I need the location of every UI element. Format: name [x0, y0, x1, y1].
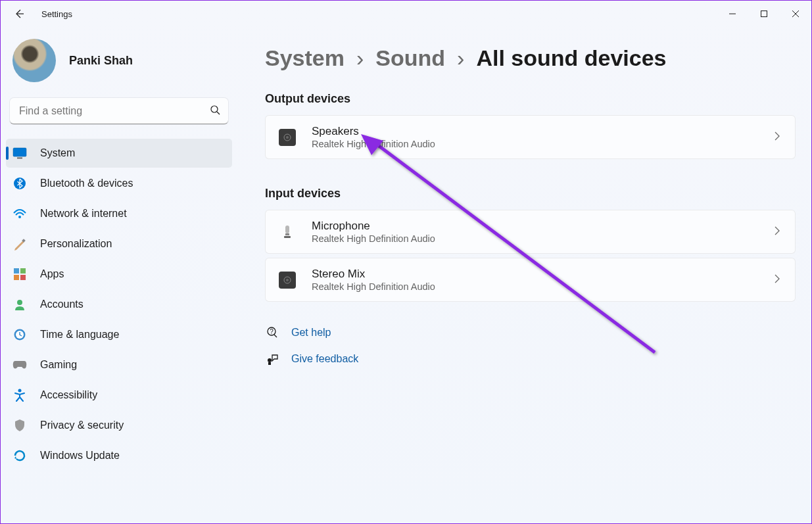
accounts-icon [12, 297, 27, 312]
breadcrumb: System › Sound › All sound devices [265, 45, 796, 71]
device-microphone[interactable]: Microphone Realtek High Definition Audio [265, 210, 796, 254]
device-subtitle: Realtek High Definition Audio [312, 281, 435, 292]
nav-label: Windows Update [40, 450, 120, 462]
nav-label: Privacy & security [40, 419, 124, 431]
nav-label: Accessibility [40, 389, 97, 401]
time-icon [12, 327, 27, 342]
svg-rect-2 [13, 148, 26, 156]
help-links: ? Get help Give feedback [265, 325, 796, 366]
nav-label: Personalization [40, 238, 112, 250]
output-section-title: Output devices [265, 92, 796, 106]
search-input[interactable] [10, 98, 228, 124]
nav-time[interactable]: Time & language [6, 320, 232, 349]
svg-point-24 [268, 358, 272, 362]
help-icon: ? [265, 325, 279, 340]
chevron-right-icon: › [356, 45, 364, 71]
sidebar: Panki Shah System Bluetooth & devices Ne… [1, 27, 237, 523]
bluetooth-icon [12, 176, 27, 191]
privacy-icon [12, 418, 27, 433]
avatar [12, 39, 56, 82]
close-button[interactable] [780, 1, 811, 27]
nav-accessibility[interactable]: Accessibility [6, 381, 232, 410]
titlebar: Settings [1, 1, 811, 27]
nav-bluetooth[interactable]: Bluetooth & devices [6, 169, 232, 198]
feedback-link[interactable]: Give feedback [265, 352, 796, 366]
device-title: Speakers [312, 125, 435, 138]
svg-rect-10 [20, 275, 26, 280]
svg-rect-19 [284, 236, 291, 238]
nav-privacy[interactable]: Privacy & security [6, 411, 232, 440]
accessibility-icon [12, 388, 27, 402]
feedback-icon [265, 352, 279, 366]
gaming-icon [12, 358, 27, 372]
system-icon [12, 146, 27, 160]
nav-label: Time & language [40, 329, 119, 341]
nav-update[interactable]: Windows Update [6, 441, 232, 470]
close-icon [792, 10, 800, 18]
device-subtitle: Realtek High Definition Audio [312, 233, 435, 244]
device-subtitle: Realtek High Definition Audio [312, 139, 435, 149]
device-title: Stereo Mix [312, 268, 435, 281]
microphone-icon [279, 224, 296, 241]
nav-label: Accounts [40, 298, 84, 310]
stereomix-icon [279, 272, 296, 289]
back-arrow-icon [14, 9, 24, 19]
svg-rect-0 [761, 11, 767, 17]
svg-point-16 [286, 136, 289, 139]
network-icon [12, 206, 27, 221]
svg-rect-9 [14, 275, 19, 280]
minimize-button[interactable] [717, 1, 748, 27]
main-content: System › Sound › All sound devices Outpu… [237, 27, 811, 523]
help-label: Get help [291, 327, 331, 339]
breadcrumb-sound[interactable]: Sound [375, 45, 445, 71]
svg-point-14 [18, 389, 22, 393]
nav-label: System [40, 147, 75, 159]
back-button[interactable] [12, 7, 26, 20]
nav-list: System Bluetooth & devices Network & int… [6, 139, 232, 470]
user-profile[interactable]: Panki Shah [6, 27, 232, 98]
svg-point-11 [17, 300, 22, 305]
search-box[interactable] [10, 98, 228, 124]
chevron-right-icon [774, 131, 780, 143]
nav-network[interactable]: Network & internet [6, 199, 232, 228]
window-title: Settings [41, 9, 72, 19]
svg-rect-3 [17, 158, 22, 159]
nav-accounts[interactable]: Accounts [6, 290, 232, 319]
nav-apps[interactable]: Apps [6, 260, 232, 289]
minimize-icon [728, 10, 736, 18]
nav-system[interactable]: System [6, 139, 232, 168]
nav-personalization[interactable]: Personalization [6, 229, 232, 258]
chevron-right-icon [774, 274, 780, 286]
nav-gaming[interactable]: Gaming [6, 350, 232, 379]
window-controls [717, 1, 811, 27]
breadcrumb-system[interactable]: System [265, 45, 345, 71]
nav-label: Apps [40, 268, 64, 280]
apps-icon [12, 267, 27, 281]
svg-rect-17 [285, 226, 289, 233]
user-name: Panki Shah [69, 54, 133, 68]
search-icon [210, 105, 220, 118]
nav-label: Gaming [40, 359, 77, 371]
nav-label: Network & internet [40, 208, 127, 220]
svg-text:?: ? [270, 328, 274, 335]
chevron-right-icon: › [457, 45, 464, 71]
maximize-button[interactable] [748, 1, 780, 27]
feedback-label: Give feedback [291, 353, 358, 365]
device-title: Microphone [312, 220, 435, 233]
personalization-icon [12, 237, 27, 251]
device-speakers[interactable]: Speakers Realtek High Definition Audio [265, 115, 796, 159]
svg-rect-7 [14, 268, 19, 274]
input-section-title: Input devices [265, 187, 796, 201]
svg-point-5 [18, 216, 21, 218]
chevron-right-icon [774, 226, 780, 238]
get-help-link[interactable]: ? Get help [265, 325, 796, 340]
update-icon [12, 448, 27, 463]
svg-rect-25 [268, 362, 271, 365]
device-stereomix[interactable]: Stereo Mix Realtek High Definition Audio [265, 258, 796, 302]
svg-rect-8 [20, 268, 26, 274]
svg-point-21 [286, 279, 289, 281]
svg-rect-18 [285, 233, 289, 235]
maximize-icon [760, 10, 768, 18]
svg-point-1 [211, 106, 218, 112]
speaker-icon [279, 129, 296, 146]
